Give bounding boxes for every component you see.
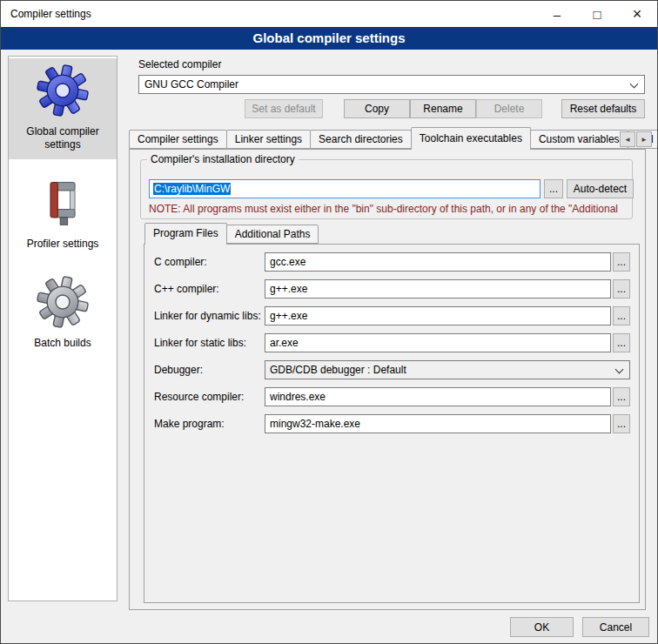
sidebar-item-label: Global compiler settings xyxy=(10,125,115,151)
tab-additional-paths[interactable]: Additional Paths xyxy=(226,225,319,244)
tab-toolchain-executables[interactable]: Toolchain executables xyxy=(411,127,531,150)
maximize-icon: □ xyxy=(593,7,601,22)
browse-directory-button[interactable]: ... xyxy=(544,179,563,198)
browse-button[interactable]: ... xyxy=(613,306,630,325)
delete-button[interactable]: Delete xyxy=(476,99,542,118)
static-linker-input[interactable]: ar.exe xyxy=(265,333,611,352)
close-icon: × xyxy=(633,5,642,23)
blue-gear-icon xyxy=(37,64,89,119)
dynamic-linker-input[interactable]: g++.exe xyxy=(265,306,611,325)
browse-button[interactable]: ... xyxy=(613,252,630,272)
auto-detect-button[interactable]: Auto-detect xyxy=(567,179,634,198)
field-label: C compiler: xyxy=(154,256,265,268)
tab-compiler-settings[interactable]: Compiler settings xyxy=(129,130,227,149)
chevron-down-icon xyxy=(615,366,624,374)
make-program-input[interactable]: mingw32-make.exe xyxy=(265,414,611,433)
arrow-left-icon: ◄ xyxy=(624,136,631,144)
dynamic-linker-row: Linker for dynamic libs: g++.exe ... xyxy=(154,306,630,325)
static-linker-row: Linker for static libs: ar.exe ... xyxy=(154,333,630,352)
sidebar-item-profiler-settings[interactable]: Profiler settings xyxy=(9,171,117,258)
browse-button[interactable]: ... xyxy=(613,333,630,352)
profiler-tool-icon xyxy=(37,177,89,231)
installation-directory-legend: Compiler's installation directory xyxy=(147,153,299,165)
window-controls: – □ × xyxy=(537,1,657,27)
installation-directory-input[interactable]: C:\raylib\MinGW xyxy=(149,179,540,198)
tab-linker-settings[interactable]: Linker settings xyxy=(226,130,311,149)
sidebar-item-label: Profiler settings xyxy=(27,238,99,251)
field-label: Debugger: xyxy=(154,364,265,376)
reset-defaults-button[interactable]: Reset defaults xyxy=(561,99,645,118)
selected-compiler-value: GNU GCC Compiler xyxy=(144,78,238,91)
titlebar: Compiler settings – □ × xyxy=(1,1,657,27)
settings-tabstrip: Compiler settings Linker settings Search… xyxy=(129,130,658,149)
tab-scroll-right-button[interactable]: ► xyxy=(636,131,652,147)
c-compiler-input[interactable]: gcc.exe xyxy=(265,252,611,272)
tab-custom-variables[interactable]: Custom variables xyxy=(530,130,628,149)
resource-compiler-row: Resource compiler: windres.exe ... xyxy=(154,387,630,406)
minimize-button[interactable]: – xyxy=(537,1,577,27)
resource-compiler-input[interactable]: windres.exe xyxy=(265,387,611,406)
installation-directory-value: C:\raylib\MinGW xyxy=(153,183,231,195)
cpp-compiler-row: C++ compiler: g++.exe ... xyxy=(154,279,630,299)
copy-button[interactable]: Copy xyxy=(344,99,410,118)
gray-gear-icon xyxy=(37,276,89,331)
dialog-banner: Global compiler settings xyxy=(1,27,657,50)
make-program-row: Make program: mingw32-make.exe ... xyxy=(154,414,630,433)
cpp-compiler-input[interactable]: g++.exe xyxy=(265,279,611,299)
selected-compiler-dropdown[interactable]: GNU GCC Compiler xyxy=(138,75,645,94)
minimize-icon: – xyxy=(554,7,561,22)
arrow-right-icon: ► xyxy=(641,136,648,144)
debugger-value: GDB/CDB debugger : Default xyxy=(270,364,406,376)
field-label: Resource compiler: xyxy=(154,391,265,403)
window-title: Compiler settings xyxy=(10,8,91,20)
c-compiler-row: C compiler: gcc.exe ... xyxy=(154,252,630,272)
selected-compiler-label: Selected compiler xyxy=(138,58,221,70)
maximize-button[interactable]: □ xyxy=(577,1,617,27)
field-label: Linker for dynamic libs: xyxy=(154,310,265,322)
debugger-row: Debugger: GDB/CDB debugger : Default xyxy=(154,360,630,379)
browse-button[interactable]: ... xyxy=(613,387,630,406)
field-label: Make program: xyxy=(154,418,265,430)
close-button[interactable]: × xyxy=(617,1,657,27)
sidebar-item-global-compiler-settings[interactable]: Global compiler settings xyxy=(9,58,117,159)
sidebar-item-batch-builds[interactable]: Batch builds xyxy=(9,270,117,358)
settings-category-list: Global compiler settings Profiler settin… xyxy=(8,56,118,601)
tab-program-files[interactable]: Program Files xyxy=(144,223,227,245)
program-files-tabstrip: Program Files Additional Paths xyxy=(144,225,318,244)
cancel-button[interactable]: Cancel xyxy=(582,617,649,637)
field-label: Linker for static libs: xyxy=(154,337,265,349)
browse-button[interactable]: ... xyxy=(613,414,630,433)
tab-scroll-left-button[interactable]: ◄ xyxy=(620,131,635,147)
rename-button[interactable]: Rename xyxy=(410,99,476,118)
debugger-dropdown[interactable]: GDB/CDB debugger : Default xyxy=(265,360,630,379)
browse-button[interactable]: ... xyxy=(613,279,630,299)
sidebar-item-label: Batch builds xyxy=(34,337,91,350)
field-label: C++ compiler: xyxy=(154,283,265,295)
chevron-down-icon xyxy=(630,80,639,89)
set-as-default-button[interactable]: Set as default xyxy=(245,99,323,118)
ok-button[interactable]: OK xyxy=(510,617,574,637)
compiler-settings-window: Compiler settings – □ × Global compiler … xyxy=(0,0,658,644)
tab-search-directories[interactable]: Search directories xyxy=(310,130,412,149)
note-text: NOTE: All programs must exist either in … xyxy=(149,203,636,215)
